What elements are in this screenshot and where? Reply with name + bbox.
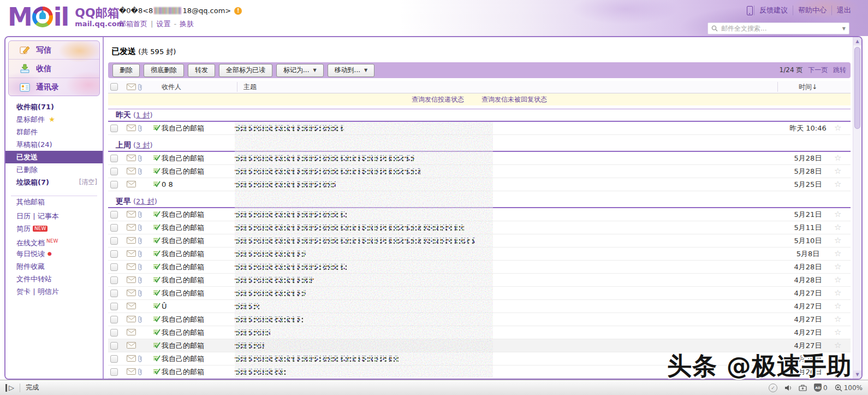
mail-row[interactable]: 我自己的邮箱4月27日☆ <box>108 326 851 339</box>
star-toggle-icon[interactable]: ☆ <box>834 300 841 313</box>
search-input[interactable] <box>720 24 840 33</box>
row-checkbox[interactable] <box>110 250 118 258</box>
row-checkbox[interactable] <box>110 181 118 188</box>
row-checkbox[interactable] <box>110 276 118 284</box>
scrollbar-thumb[interactable] <box>854 47 860 129</box>
envelope-column-icon[interactable] <box>127 84 136 92</box>
column-time-sort[interactable]: 时间↓ <box>781 81 835 93</box>
vertical-scrollbar[interactable]: ▲ ▼ <box>853 37 861 379</box>
star-toggle-icon[interactable]: ☆ <box>834 261 841 273</box>
star-toggle-icon[interactable]: ☆ <box>834 274 841 286</box>
star-toggle-icon[interactable]: ☆ <box>834 247 841 260</box>
debug-continue-icon[interactable]: ▷ <box>5 384 14 392</box>
nav-mail-home[interactable]: 邮箱首页 <box>119 20 147 28</box>
row-checkbox[interactable] <box>110 125 118 132</box>
row-checkbox[interactable] <box>110 368 118 376</box>
row-checkbox[interactable] <box>110 290 118 297</box>
toolbar-button-全部标为已读[interactable]: 全部标为已读 <box>219 64 272 77</box>
mail-row[interactable]: Û4月27日☆ <box>108 300 851 313</box>
link-help-center[interactable]: 帮助中心 <box>793 5 831 15</box>
toolbar-dropdown-移动到...[interactable]: 移动到...▼ <box>328 64 375 77</box>
mail-search-box[interactable]: ▼ <box>708 22 849 34</box>
jump-page-link[interactable]: 跳转 <box>833 66 846 74</box>
link-feedback[interactable]: 反馈建议 <box>754 5 793 15</box>
row-checkbox[interactable] <box>110 329 118 337</box>
delivery-status-link[interactable]: 查询发信投递状态 <box>412 96 464 103</box>
unreplied-status-link[interactable]: 查询发信未被回复状态 <box>481 96 547 103</box>
column-recipient[interactable]: 收件人 <box>162 81 181 93</box>
zoom-control[interactable]: 100% <box>835 384 863 392</box>
star-toggle-icon[interactable]: ☆ <box>834 122 841 134</box>
sidebar-folder-收件箱(71)[interactable]: 收件箱(71) <box>5 101 103 113</box>
sidebar-app-在线文档[interactable]: 在线文档NEW <box>5 235 103 247</box>
mobile-icon[interactable] <box>747 6 753 15</box>
qqmail-logo[interactable]: M il QQ邮箱 mail.qq.com <box>8 4 124 30</box>
row-checkbox[interactable] <box>110 155 118 162</box>
toolbar-button-彻底删除[interactable]: 彻底删除 <box>144 64 184 77</box>
sidebar-folder-星标邮件[interactable]: 星标邮件 ★ <box>5 113 103 126</box>
mail-row[interactable]: 我自己的邮箱昨天 10:46☆ <box>108 122 851 135</box>
section-count-link[interactable]: 21 封 <box>136 197 154 205</box>
star-toggle-icon[interactable]: ☆ <box>834 152 841 164</box>
mail-row[interactable]: 我自己的邮箱5月28日☆ <box>108 165 851 178</box>
section-count-link[interactable]: 3 封 <box>136 141 150 149</box>
mail-row[interactable]: 我自己的邮箱5月8日☆ <box>108 247 851 261</box>
star-toggle-icon[interactable]: ☆ <box>834 287 841 299</box>
star-toggle-icon[interactable]: ☆ <box>834 326 841 339</box>
sidebar-folder-垃圾箱(7)[interactable]: 垃圾箱(7)[清空] <box>5 176 103 188</box>
sidebar-app-文件中转站[interactable]: 文件中转站 <box>5 273 103 285</box>
security-check-icon[interactable]: ✓ <box>769 384 777 392</box>
mail-row[interactable]: 我自己的邮箱5月11日☆ <box>108 221 851 234</box>
empty-trash-link[interactable]: [清空] <box>79 176 97 188</box>
sidebar-app-日历 | 记事本[interactable]: 日历 | 记事本 <box>5 210 103 222</box>
toolbox-icon[interactable] <box>799 384 807 391</box>
star-toggle-icon[interactable]: ☆ <box>834 208 841 221</box>
mail-row[interactable]: 我自己的邮箱4月28日☆ <box>108 274 851 287</box>
mail-row[interactable]: 我自己的邮箱4月28日☆ <box>108 261 851 274</box>
nav-settings[interactable]: 设置 <box>156 20 170 28</box>
section-count-link[interactable]: 1 封 <box>136 111 150 119</box>
row-checkbox[interactable] <box>110 303 118 310</box>
sidebar-folder-已发送[interactable]: 已发送 <box>5 151 103 163</box>
sidebar-folder-草稿箱(24)[interactable]: 草稿箱(24) <box>5 138 103 151</box>
row-checkbox[interactable] <box>110 316 118 323</box>
contacts-button[interactable]: 通讯录 <box>9 78 99 96</box>
star-toggle-icon[interactable]: ☆ <box>834 313 841 326</box>
row-checkbox[interactable] <box>110 224 118 232</box>
row-checkbox[interactable] <box>110 342 118 350</box>
mail-row[interactable]: 我自己的邮箱5月10日☆ <box>108 234 851 247</box>
sidebar-folder-已删除[interactable]: 已删除 <box>5 163 103 176</box>
row-checkbox[interactable] <box>110 263 118 271</box>
search-dropdown-caret[interactable]: ▼ <box>842 26 846 31</box>
star-toggle-icon[interactable]: ☆ <box>834 178 841 191</box>
column-subject[interactable]: 主题 <box>243 81 257 93</box>
star-toggle-icon[interactable]: ☆ <box>834 165 841 178</box>
link-logout[interactable]: 退出 <box>831 5 856 15</box>
receive-mail-button[interactable]: 收信 <box>9 59 99 78</box>
mail-row[interactable]: 我自己的邮箱4月27日☆ <box>108 313 851 326</box>
sidebar-app-贺卡 | 明信片[interactable]: 贺卡 | 明信片 <box>5 285 103 298</box>
select-all-checkbox[interactable] <box>110 83 118 91</box>
mail-row[interactable]: 0 85月25日☆ <box>108 178 851 191</box>
sidebar-item-other-mail[interactable]: 其他邮箱 <box>5 196 114 208</box>
sidebar-app-每日悦读[interactable]: 每日悦读● <box>5 247 103 260</box>
mail-row[interactable]: 我自己的邮箱5月28日☆ <box>108 152 851 165</box>
star-toggle-icon[interactable]: ☆ <box>834 234 841 247</box>
scroll-up-arrow[interactable]: ▲ <box>853 37 861 45</box>
star-toggle-icon[interactable]: ☆ <box>834 221 841 234</box>
scroll-down-arrow[interactable]: ▼ <box>853 370 861 379</box>
sidebar-app-附件收藏[interactable]: 附件收藏 <box>5 260 103 273</box>
row-checkbox[interactable] <box>110 211 118 219</box>
toolbar-button-删除[interactable]: 删除 <box>112 64 140 77</box>
row-checkbox[interactable] <box>110 237 118 245</box>
speaker-icon[interactable] <box>784 385 792 391</box>
row-checkbox[interactable] <box>110 355 118 363</box>
row-checkbox[interactable] <box>110 168 118 175</box>
nav-change-skin[interactable]: 换肤 <box>180 20 194 28</box>
next-page-link[interactable]: 下一页 <box>808 66 828 74</box>
ad-blocker-indicator[interactable]: AD 0 <box>814 384 828 392</box>
sidebar-app-简历[interactable]: 简历NEW <box>5 222 103 235</box>
sidebar-folder-群邮件[interactable]: 群邮件 <box>5 126 103 138</box>
attachment-column-icon[interactable] <box>138 83 142 93</box>
compose-button[interactable]: 写信 <box>9 41 99 59</box>
